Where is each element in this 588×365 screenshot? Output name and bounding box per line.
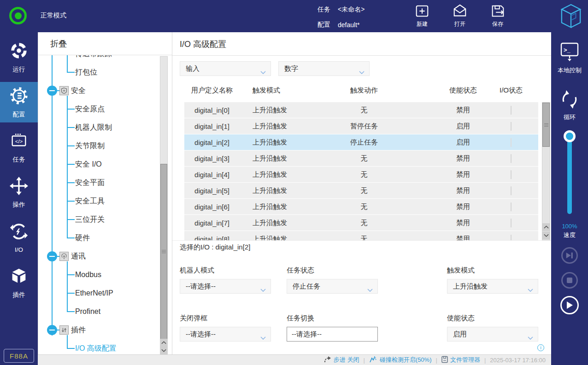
trigger-mode-dropdown[interactable]: 上升沿触发	[447, 279, 538, 294]
step-forward-button[interactable]	[561, 247, 578, 264]
tree-item-safety-home[interactable]: 安全原点	[38, 104, 105, 115]
io-direction-dropdown[interactable]: 输入	[180, 61, 271, 76]
table-row-digital-in-3[interactable]: digital_in[3]上升沿触发无禁用	[184, 151, 538, 166]
scroll-up-button[interactable]	[160, 339, 167, 347]
device-badge-button[interactable]: F88A	[4, 349, 34, 363]
scroll-down-button[interactable]	[160, 347, 167, 354]
io-cycle-icon	[9, 222, 29, 243]
io-state-checkbox[interactable]	[511, 219, 512, 227]
loop-icon	[559, 89, 580, 111]
nav-item-operate[interactable]: 操作	[0, 172, 38, 213]
tree-item-three-position-switch[interactable]: 三位开关	[38, 214, 105, 225]
table-row-digital-in-0[interactable]: digital_in[0]上升沿触发无禁用	[184, 102, 538, 118]
tree-item-safety-io[interactable]: 安全 I/O	[38, 159, 102, 170]
task-state-field: 任务状态 停止任务	[287, 266, 379, 294]
collision-detection-toggle[interactable]: 碰撞检测开启(50%)	[369, 356, 432, 365]
io-name-cell: digital_in[6]	[184, 203, 240, 211]
table-row-digital-in-6[interactable]: digital_in[6]上升沿触发无禁用	[184, 199, 538, 214]
tree-group-communication[interactable]: 通讯	[38, 251, 86, 262]
tree-item-ethernet-ip[interactable]: EtherNet/IP	[38, 288, 113, 299]
table-scrollbar[interactable]	[542, 102, 550, 240]
trigger-action-cell: 停止任务	[300, 138, 429, 147]
new-button[interactable]: 新建	[410, 3, 434, 28]
table-row-digital-in-7[interactable]: digital_in[7]上升沿触发无禁用	[184, 215, 538, 231]
trigger-mode-cell: 上升沿触发	[240, 106, 300, 115]
tree-item-modbus[interactable]: Modbus	[38, 269, 101, 280]
scrollbar-thumb[interactable]	[542, 103, 550, 147]
tree-item-conveyor-tracking[interactable]: 传送带跟踪	[38, 55, 112, 59]
nav-item-run[interactable]: 运行	[0, 37, 38, 77]
enable-state-cell: 禁用	[429, 203, 498, 211]
scroll-up-button[interactable]	[542, 223, 550, 231]
tree-item-joint-limits[interactable]: 关节限制	[38, 140, 105, 151]
enable-state-cell: 禁用	[429, 106, 498, 115]
close-popup-dropdown[interactable]: --请选择--	[180, 327, 271, 342]
io-state-checkbox[interactable]	[511, 186, 512, 195]
table-row-digital-in-8[interactable]: digital_in[8]上升沿触发无禁用	[184, 231, 538, 240]
nav-item-plugin[interactable]: 插件	[0, 262, 38, 303]
tree-scrollbar[interactable]	[160, 56, 168, 354]
table-row-digital-in-2[interactable]: digital_in[2]上升沿触发停止任务启用	[184, 134, 538, 150]
gear-icon	[9, 86, 29, 107]
tree-item-io-advanced-config[interactable]: I/O 高级配置	[38, 343, 117, 354]
stop-button[interactable]	[561, 272, 578, 289]
scrollbar-thumb[interactable]	[160, 164, 167, 339]
speed-value: 100%	[551, 223, 588, 230]
local-control-button[interactable]: >_ 本地控制	[551, 41, 588, 75]
collapse-toggle-icon[interactable]	[47, 86, 57, 96]
file-manager-button[interactable]: 文件管理器	[441, 356, 480, 365]
scrollbar-grip	[544, 123, 548, 127]
collapse-header-button[interactable]: 折叠	[38, 32, 172, 55]
save-button[interactable]: 保存	[486, 3, 510, 28]
io-type-dropdown[interactable]: 数字	[278, 61, 370, 76]
speed-slider-knob[interactable]	[564, 130, 576, 142]
enable-state-field: 使能状态 启用	[447, 314, 539, 342]
play-button[interactable]	[560, 296, 579, 314]
io-state-checkbox[interactable]	[511, 170, 512, 179]
tree-item-hardware[interactable]: 硬件	[38, 232, 90, 243]
tree-item-robot-limits[interactable]: 机器人限制	[38, 122, 112, 133]
tree-item-profinet[interactable]: Profinet	[38, 306, 100, 317]
task-switch-label: 任务切换	[287, 314, 379, 323]
table-row-digital-in-5[interactable]: digital_in[5]上升沿触发无禁用	[184, 183, 538, 198]
scroll-down-button[interactable]	[542, 232, 550, 239]
step-mode-toggle[interactable]: 步进 关闭	[324, 356, 359, 364]
collapse-toggle-icon[interactable]	[47, 251, 57, 261]
table-row-digital-in-4[interactable]: digital_in[4]上升沿触发无禁用	[184, 167, 538, 182]
file-actions: 新建 打开 保存	[410, 3, 510, 28]
trigger-mode-cell: 上升沿触发	[240, 235, 300, 241]
nav-item-config[interactable]: 配置	[0, 82, 38, 122]
plugin-arrows-icon	[59, 325, 69, 335]
column-header-enable-state: 使能状态	[429, 86, 498, 95]
task-state-dropdown[interactable]: 停止任务	[287, 279, 378, 294]
io-state-checkbox[interactable]	[511, 203, 512, 211]
trigger-action-cell: 无	[300, 154, 429, 163]
speed-slider-track[interactable]	[567, 131, 572, 214]
enable-state-dropdown[interactable]: 启用	[447, 327, 538, 342]
enable-state-cell: 禁用	[429, 219, 498, 227]
io-state-checkbox[interactable]	[511, 138, 512, 147]
nav-item-task[interactable]: </> 任务	[0, 127, 38, 168]
tree-item-packing-position[interactable]: 打包位	[38, 67, 97, 78]
trigger-action-cell: 无	[300, 106, 429, 115]
nav-item-io[interactable]: I/O	[0, 217, 38, 258]
task-switch-input[interactable]	[287, 327, 378, 342]
trigger-action-cell: 暂停任务	[300, 122, 429, 131]
table-row-digital-in-1[interactable]: digital_in[1]上升沿触发暂停任务启用	[184, 118, 538, 134]
tree-item-safety-tool[interactable]: 安全工具	[38, 196, 105, 207]
tree-item-safety-plane[interactable]: 安全平面	[38, 177, 105, 188]
io-state-checkbox[interactable]	[511, 154, 512, 163]
open-button[interactable]: 打开	[448, 3, 472, 28]
robot-mode-dropdown[interactable]: --请选择--	[180, 279, 271, 294]
tree-group-plugin[interactable]: 插件	[38, 324, 86, 336]
collapse-toggle-icon[interactable]	[47, 325, 57, 335]
loop-button[interactable]: 循环	[551, 89, 588, 122]
io-state-checkbox[interactable]	[511, 235, 512, 241]
task-state-label: 任务状态	[287, 266, 379, 275]
io-state-checkbox[interactable]	[511, 106, 512, 115]
tree-group-safety[interactable]: 安全	[38, 85, 86, 96]
app-window: 正常模式 任务 <未命名> 配置 default* 新建 打开 保存	[0, 0, 588, 365]
config-value: default*	[338, 21, 359, 29]
io-state-checkbox[interactable]	[511, 122, 512, 131]
info-icon[interactable]: i	[537, 344, 544, 351]
